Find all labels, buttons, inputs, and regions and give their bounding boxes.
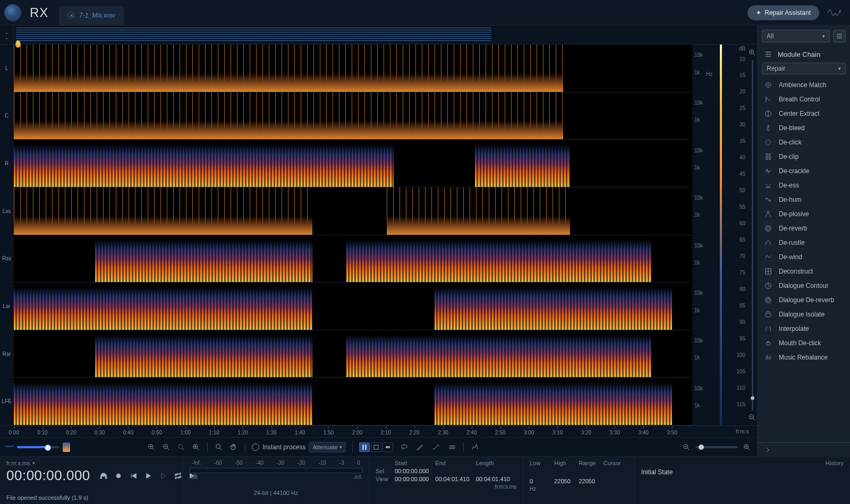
history-state[interactable]: Initial State (641, 468, 844, 476)
module-item[interactable]: Mouth De-click (758, 336, 850, 350)
zoom-fit-icon[interactable] (191, 442, 201, 452)
overview-waveform[interactable] (16, 28, 491, 42)
zoom-tool-icon[interactable] (214, 442, 224, 452)
spectrogram-view[interactable] (14, 45, 692, 425)
module-item[interactable]: De-wind (758, 250, 850, 264)
freq-range-value[interactable]: 22050 (579, 478, 604, 484)
module-item[interactable]: De-ess (758, 178, 850, 192)
rewind-icon[interactable] (129, 471, 138, 481)
expand-modules-icon[interactable] (763, 445, 772, 455)
module-item[interactable]: Breath Control (758, 92, 850, 106)
view-start-value[interactable]: 00:00:00.000 (395, 476, 435, 482)
module-item[interactable]: Dialogue Isolate (758, 307, 850, 321)
freq-high-value[interactable]: 22050 (554, 478, 579, 484)
module-item[interactable]: Interpolate (758, 321, 850, 336)
spectrogram-track[interactable] (14, 378, 692, 425)
time-selection-tool[interactable] (359, 442, 370, 452)
instant-process-icon[interactable] (252, 443, 259, 451)
module-item[interactable]: Music Rebalance (758, 350, 850, 364)
zoom-selection-icon[interactable] (176, 442, 186, 452)
vzoom-out-icon[interactable] (747, 413, 757, 422)
module-layout-button[interactable] (833, 30, 846, 42)
module-item[interactable]: De-hum (758, 192, 850, 207)
repair-assistant-button[interactable]: ✦ Repair Assistant (747, 5, 819, 20)
channel-label[interactable]: Lss (0, 187, 13, 235)
headphones-icon[interactable] (99, 471, 108, 481)
spectrogram-track[interactable] (14, 235, 692, 283)
sel-length-value[interactable] (476, 468, 516, 474)
vzoom-slider[interactable] (752, 59, 753, 411)
file-tab[interactable]: ✕ 7-1_Mix.wav (59, 6, 123, 25)
playhead-marker[interactable] (15, 40, 21, 48)
spectrogram-track[interactable] (14, 45, 692, 92)
module-item[interactable]: De-plosive (758, 207, 850, 221)
channel-label[interactable]: LFE (0, 378, 13, 425)
module-item[interactable]: Deconstruct (758, 264, 850, 278)
time-ruler[interactable]: 0:000:100:200:300:400:501:001:101:201:30… (14, 426, 672, 437)
hzoom-in-icon[interactable] (742, 442, 752, 452)
channel-label[interactable]: Lsr (0, 283, 13, 330)
spectrogram-track[interactable] (14, 283, 692, 330)
record-icon[interactable] (114, 471, 123, 481)
db-tick-label: 35 (740, 138, 745, 144)
module-item[interactable]: De-reverb (758, 221, 850, 235)
view-blend-slider[interactable] (17, 446, 60, 448)
vzoom-in-icon[interactable] (747, 48, 757, 57)
module-category-value: Repair (767, 65, 785, 72)
close-tab-icon[interactable]: ✕ (67, 12, 75, 19)
overview-expand-toggle[interactable]: ⌄ ⌄ (0, 25, 14, 44)
freq-selection-tool[interactable] (382, 442, 393, 452)
horiz-select-icon[interactable] (447, 442, 457, 452)
spectrogram-view-icon[interactable] (63, 442, 70, 452)
module-item[interactable]: Center Extract (758, 106, 850, 121)
channel-label[interactable]: Rss (0, 235, 13, 283)
zoom-in-icon[interactable] (147, 442, 156, 452)
hzoom-out-icon[interactable] (682, 442, 691, 452)
channel-label[interactable]: C (0, 92, 13, 140)
hzoom-slider[interactable] (695, 446, 738, 448)
module-item[interactable]: De-bleed (758, 121, 850, 135)
spectrogram-track[interactable] (14, 187, 692, 235)
wand-tool-icon[interactable] (431, 442, 441, 452)
module-item[interactable]: Ambience Match (758, 78, 850, 92)
module-item[interactable]: Dialogue Contour (758, 278, 850, 293)
timecode-format-label[interactable]: h:m:s.ms ▾ (6, 460, 176, 466)
view-end-value[interactable]: 00:04:01.410 (435, 476, 475, 482)
instant-process-mode-dropdown[interactable]: Attenuate ▾ (309, 442, 346, 452)
module-filter-dropdown[interactable]: All ▾ (762, 30, 830, 42)
lasso-tool-icon[interactable] (400, 442, 409, 452)
tf-selection-tool[interactable] (371, 442, 381, 452)
db-unit-label: dB (739, 46, 745, 52)
hand-tool-icon[interactable] (229, 442, 239, 452)
module-item[interactable]: De-crackle (758, 164, 850, 178)
loop-icon[interactable] (173, 471, 183, 481)
channel-label[interactable]: L (0, 45, 13, 92)
spectrogram-track[interactable] (14, 140, 692, 187)
harmonics-tool-icon[interactable] (470, 442, 480, 452)
play-selection-icon[interactable] (158, 471, 168, 481)
module-item[interactable]: De-clip (758, 149, 850, 164)
module-item[interactable]: De-rustle (758, 235, 850, 250)
freq-low-value[interactable]: 0 (530, 478, 554, 484)
sel-end-value[interactable] (435, 468, 475, 474)
module-item[interactable]: De-click (758, 135, 850, 149)
signal-icon[interactable] (827, 5, 842, 20)
channel-label[interactable]: Rsr (0, 330, 13, 378)
play-icon[interactable] (143, 471, 153, 481)
timecode-display[interactable]: 00:00:00.000 (6, 467, 90, 484)
channel-label[interactable]: R (0, 140, 13, 187)
view-length-value[interactable]: 00:04:01.410 (476, 476, 516, 482)
module-item[interactable]: Dialogue De-reverb (758, 293, 850, 307)
brush-tool-icon[interactable] (415, 442, 425, 452)
time-tick-label: 1:50 (324, 430, 334, 435)
module-chain-button[interactable]: Module Chain (758, 47, 850, 62)
spectrogram-track[interactable] (14, 330, 692, 378)
module-category-dropdown[interactable]: Repair ▾ (762, 63, 846, 74)
app-logo[interactable] (0, 0, 26, 25)
spectrogram-track[interactable] (14, 92, 692, 140)
zoom-out-icon[interactable] (162, 442, 171, 452)
waveform-view-icon[interactable]: 〰 (5, 442, 14, 452)
sel-start-value[interactable]: 00:00:00.000 (395, 468, 435, 474)
module-icon (764, 138, 772, 147)
svg-point-31 (767, 298, 769, 301)
